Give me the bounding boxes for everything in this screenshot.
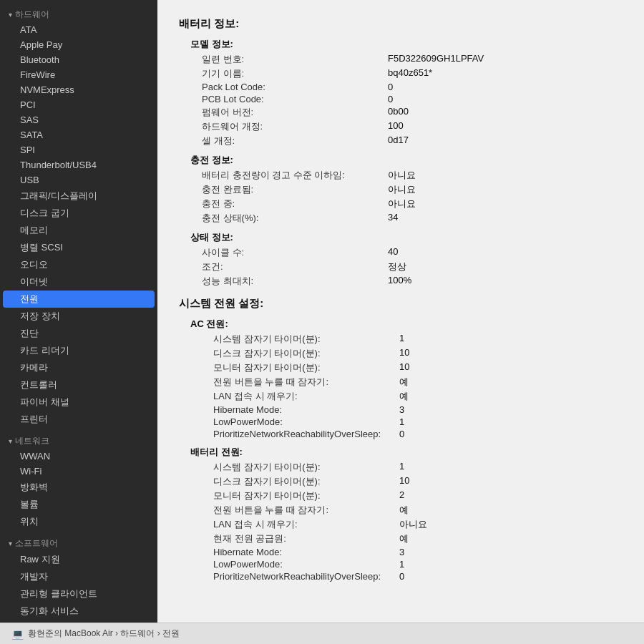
sidebar-item-Bluetooth[interactable]: Bluetooth bbox=[0, 52, 157, 67]
sidebar-item-Apple-Pay[interactable]: Apple Pay bbox=[0, 37, 157, 52]
software-group-header[interactable]: ▾ 소프트웨어 bbox=[0, 535, 157, 551]
sidebar-item-PCI[interactable]: PCI bbox=[0, 97, 157, 112]
info-key: 디스크 잠자기 타이머(분): bbox=[213, 347, 399, 360]
sidebar-item-카드-리더기[interactable]: 카드 리더기 bbox=[0, 342, 157, 359]
network-group-label: 네트워크 bbox=[15, 435, 49, 447]
breadcrumb-icon: 💻 bbox=[11, 628, 24, 640]
status-info-label: 상태 정보: bbox=[179, 231, 623, 244]
info-val: 1 bbox=[399, 416, 404, 427]
sidebar-item-저장-장치[interactable]: 저장 장치 bbox=[0, 308, 157, 325]
info-row: PrioritizeNetworkReachabilityOverSleep:0 bbox=[179, 570, 623, 582]
info-val: 0 bbox=[388, 94, 393, 104]
sidebar-item-FireWire[interactable]: FireWire bbox=[0, 67, 157, 82]
info-key: PCB Lot Code: bbox=[202, 94, 388, 104]
info-val: 10 bbox=[399, 347, 409, 360]
sidebar-item-오디오[interactable]: 오디오 bbox=[0, 256, 157, 273]
sidebar-item-위치[interactable]: 위치 bbox=[0, 513, 157, 530]
sidebar-item-SATA[interactable]: SATA bbox=[0, 127, 157, 142]
sidebar-item-프린터[interactable]: 프린터 bbox=[0, 411, 157, 428]
info-val: 40 bbox=[388, 246, 398, 259]
info-key: 기기 이름: bbox=[202, 67, 388, 80]
sidebar: ▾ 하드웨어 ATAApple PayBluetoothFireWireNVME… bbox=[0, 0, 157, 623]
info-row: 기기 이름:bq40z651* bbox=[179, 67, 623, 81]
info-row: 펌웨어 버전:0b00 bbox=[179, 105, 623, 119]
sidebar-item-SPI[interactable]: SPI bbox=[0, 142, 157, 157]
info-row: 시스템 잠자기 타이머(분):1 bbox=[179, 332, 623, 346]
sidebar-item-파이버-채널[interactable]: 파이버 채널 bbox=[0, 394, 157, 411]
battery-power-label: 배터리 전원: bbox=[179, 446, 623, 459]
info-key: 일련 번호: bbox=[202, 53, 388, 66]
info-val: 0d17 bbox=[388, 135, 409, 147]
info-row: Hibernate Mode:3 bbox=[179, 404, 623, 416]
network-arrow: ▾ bbox=[9, 437, 12, 445]
sidebar-item-개발자[interactable]: 개발자 bbox=[0, 568, 157, 585]
info-val: 아니요 bbox=[399, 518, 427, 531]
info-key: 배터리 충전량이 경고 수준 이하임: bbox=[202, 169, 388, 182]
info-val: 2 bbox=[399, 489, 404, 502]
info-row: 디스크 잠자기 타이머(분):10 bbox=[179, 474, 623, 489]
info-key: 펌웨어 버전: bbox=[202, 106, 388, 119]
breadcrumb-path: 황현준의 MacBook Air › 하드웨어 › 전원 bbox=[28, 628, 180, 640]
charge-info-rows: 배터리 충전량이 경고 수준 이하임:아니요충전 완료됨:아니요충전 중:아니요… bbox=[179, 168, 623, 225]
sidebar-item-USB[interactable]: USB bbox=[0, 172, 157, 187]
sidebar-item-NVMExpress[interactable]: NVMExpress bbox=[0, 82, 157, 97]
sidebar-item-관리형-클라이언트[interactable]: 관리형 클라이언트 bbox=[0, 585, 157, 602]
sidebar-item-이더넷[interactable]: 이더넷 bbox=[0, 273, 157, 291]
sidebar-item-병렬-SCSI[interactable]: 병렬 SCSI bbox=[0, 239, 157, 256]
sidebar-item-볼륨[interactable]: 볼륨 bbox=[0, 496, 157, 513]
info-row: 충전 상태(%):34 bbox=[179, 211, 623, 225]
software-arrow: ▾ bbox=[9, 540, 12, 547]
sidebar-item-SAS[interactable]: SAS bbox=[0, 112, 157, 127]
info-val: 0 bbox=[399, 571, 404, 582]
sidebar-item-진단[interactable]: 진단 bbox=[0, 325, 157, 342]
info-val: 0 bbox=[388, 82, 393, 92]
sidebar-item-메모리[interactable]: 메모리 bbox=[0, 222, 157, 239]
info-row: 일련 번호:F5D322609GH1LPFAV bbox=[179, 52, 623, 67]
sidebar-item-WWAN[interactable]: WWAN bbox=[0, 449, 157, 464]
info-key: Hibernate Mode: bbox=[213, 547, 399, 557]
info-key: 모니터 잠자기 타이머(분): bbox=[213, 489, 399, 502]
sidebar-item-동기화-서비스[interactable]: 동기화 서비스 bbox=[0, 602, 157, 620]
info-val: 0b00 bbox=[388, 106, 409, 119]
hardware-group-header[interactable]: ▾ 하드웨어 bbox=[0, 6, 157, 22]
ac-power-label: AC 전원: bbox=[179, 318, 623, 331]
battery-power-block: 배터리 전원: 시스템 잠자기 타이머(분):1디스크 잠자기 타이머(분):1… bbox=[179, 446, 623, 582]
info-key: 전원 버튼을 누를 때 잠자기: bbox=[213, 376, 399, 389]
info-row: 전원 버튼을 누를 때 잠자기:예 bbox=[179, 503, 623, 517]
info-key: LAN 접속 시 깨우기: bbox=[213, 390, 399, 403]
model-info-block: 모델 정보: 일련 번호:F5D322609GH1LPFAV기기 이름:bq40… bbox=[179, 38, 623, 148]
info-row: Pack Lot Code:0 bbox=[179, 81, 623, 93]
sidebar-item-Wi-Fi[interactable]: Wi-Fi bbox=[0, 464, 157, 479]
sidebar-item-Raw-지원[interactable]: Raw 지원 bbox=[0, 551, 157, 568]
sidebar-item-그래픽/디스플레이[interactable]: 그래픽/디스플레이 bbox=[0, 187, 157, 205]
info-val: 예 bbox=[399, 390, 409, 403]
charge-info-label: 충전 정보: bbox=[179, 154, 623, 167]
network-group-header[interactable]: ▾ 네트워크 bbox=[0, 432, 157, 449]
info-row: LAN 접속 시 깨우기:아니요 bbox=[179, 517, 623, 532]
info-val: 3 bbox=[399, 404, 404, 415]
sidebar-item-디스크-굽기[interactable]: 디스크 굽기 bbox=[0, 205, 157, 222]
info-key: 셀 개정: bbox=[202, 135, 388, 147]
info-key: 충전 중: bbox=[202, 197, 388, 210]
battery-section-title: 배터리 정보: bbox=[179, 17, 623, 31]
info-row: PrioritizeNetworkReachabilityOverSleep:0 bbox=[179, 428, 623, 440]
sidebar-item-ATA[interactable]: ATA bbox=[0, 22, 157, 37]
charge-info-block: 충전 정보: 배터리 충전량이 경고 수준 이하임:아니요충전 완료됨:아니요충… bbox=[179, 154, 623, 225]
info-row: Hibernate Mode:3 bbox=[179, 546, 623, 558]
info-key: 시스템 잠자기 타이머(분): bbox=[213, 461, 399, 474]
info-row: 조건:정상 bbox=[179, 260, 623, 274]
info-val: 10 bbox=[399, 361, 409, 374]
info-val: 10 bbox=[399, 475, 409, 488]
sidebar-item-Thunderbolt/USB4[interactable]: Thunderbolt/USB4 bbox=[0, 157, 157, 172]
info-key: 사이클 수: bbox=[202, 246, 388, 259]
sidebar-item-전원[interactable]: 전원 bbox=[3, 291, 155, 308]
sidebar-item-컨트롤러[interactable]: 컨트롤러 bbox=[0, 376, 157, 394]
sidebar-item-방화벽[interactable]: 방화벽 bbox=[0, 479, 157, 496]
info-row: LowPowerMode:1 bbox=[179, 558, 623, 570]
info-row: 충전 중:아니요 bbox=[179, 197, 623, 211]
ac-power-block: AC 전원: 시스템 잠자기 타이머(분):1디스크 잠자기 타이머(분):10… bbox=[179, 318, 623, 440]
info-key: Hibernate Mode: bbox=[213, 404, 399, 415]
sidebar-item-카메라[interactable]: 카메라 bbox=[0, 359, 157, 376]
info-val: 예 bbox=[399, 532, 409, 545]
info-val: 1 bbox=[399, 333, 404, 346]
